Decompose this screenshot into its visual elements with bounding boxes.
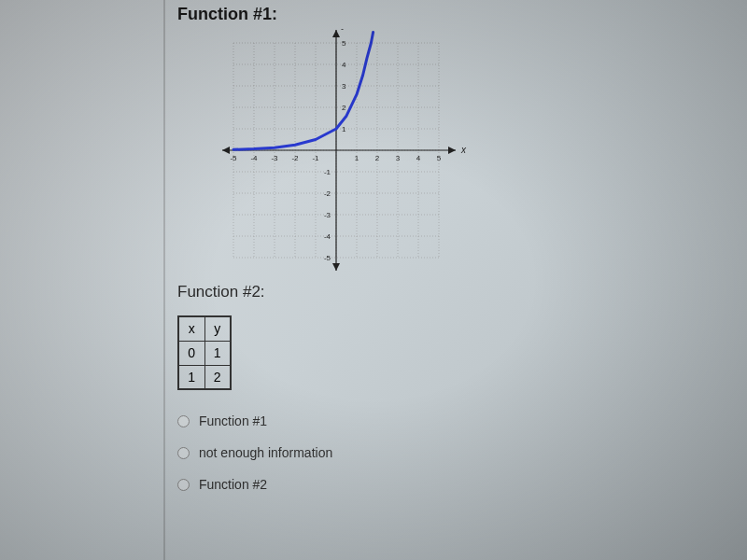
function1-graph: -5-4-3-2-112345-5-4-3-2-112345xy <box>205 29 728 275</box>
option-not-enough[interactable]: not enough information <box>177 445 728 460</box>
table-header-x: x <box>178 316 204 341</box>
svg-text:-1: -1 <box>324 168 331 176</box>
svg-text:5: 5 <box>342 39 346 48</box>
radio-icon <box>177 447 190 459</box>
svg-text:1: 1 <box>355 154 359 162</box>
svg-text:y: y <box>341 29 347 30</box>
svg-text:3: 3 <box>342 82 346 91</box>
svg-marker-26 <box>332 30 340 37</box>
table-cell: 0 <box>178 341 204 365</box>
svg-text:2: 2 <box>375 154 380 162</box>
svg-marker-27 <box>332 263 340 271</box>
function2-title: Function #2: <box>177 283 728 301</box>
option-label: not enough information <box>199 445 332 460</box>
svg-text:4: 4 <box>342 61 346 69</box>
svg-text:-5: -5 <box>230 154 237 162</box>
table-cell: 2 <box>204 365 231 389</box>
function2-table: x y 0 1 1 2 <box>177 315 728 390</box>
svg-text:-3: -3 <box>271 154 278 162</box>
svg-text:-4: -4 <box>250 154 258 162</box>
answer-options: Function #1 not enough information Funct… <box>177 413 728 492</box>
svg-marker-24 <box>448 147 456 154</box>
svg-text:-3: -3 <box>324 211 331 219</box>
radio-icon <box>177 415 190 427</box>
function1-title: Function #1: <box>177 5 728 24</box>
table-cell: 1 <box>204 341 231 365</box>
svg-text:-2: -2 <box>291 154 299 162</box>
table-header-y: y <box>204 316 231 341</box>
svg-text:5: 5 <box>437 154 442 162</box>
svg-text:2: 2 <box>342 104 346 112</box>
svg-text:3: 3 <box>396 154 401 162</box>
svg-text:-5: -5 <box>324 254 331 262</box>
svg-marker-25 <box>222 147 230 154</box>
option-function1[interactable]: Function #1 <box>177 413 728 428</box>
svg-text:4: 4 <box>416 154 421 162</box>
radio-icon <box>177 479 190 491</box>
svg-text:1: 1 <box>342 125 346 133</box>
option-label: Function #2 <box>199 477 267 492</box>
table-cell: 1 <box>178 365 204 389</box>
svg-text:-1: -1 <box>312 154 319 162</box>
option-function2[interactable]: Function #2 <box>177 477 728 492</box>
option-label: Function #1 <box>199 413 267 428</box>
svg-text:-4: -4 <box>324 232 331 241</box>
svg-text:-2: -2 <box>324 189 331 198</box>
svg-text:x: x <box>460 145 467 155</box>
